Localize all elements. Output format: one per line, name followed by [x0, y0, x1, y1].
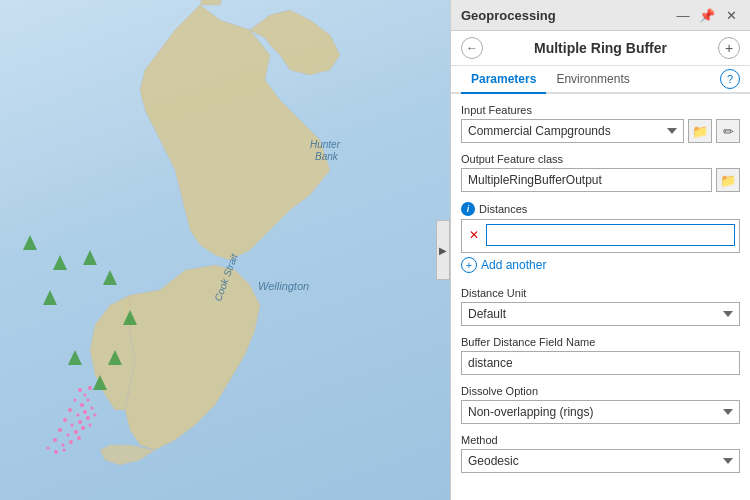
dissolve-option-label: Dissolve Option	[461, 385, 740, 397]
svg-point-7	[74, 399, 77, 402]
svg-point-25	[62, 444, 65, 447]
svg-point-19	[58, 428, 62, 432]
minimize-button[interactable]: —	[674, 6, 692, 24]
distances-label: i Distances	[461, 202, 740, 216]
method-select[interactable]: Geodesic Planar	[461, 449, 740, 473]
panel-header: Geoprocessing — 📌 ✕	[451, 0, 750, 31]
sub-header: ← Multiple Ring Buffer +	[451, 31, 750, 66]
svg-point-9	[87, 399, 90, 402]
collapse-panel-button[interactable]: ▶	[436, 220, 450, 280]
panel-header-icons: — 📌 ✕	[674, 6, 740, 24]
method-label: Method	[461, 434, 740, 446]
svg-point-4	[78, 388, 82, 392]
method-group: Method Geodesic Planar	[461, 434, 740, 473]
distance-unit-label: Distance Unit	[461, 287, 740, 299]
map-area: Wellington Hunter Bank Cook Strait	[0, 0, 450, 500]
svg-point-18	[94, 414, 97, 417]
tool-title: Multiple Ring Buffer	[483, 40, 718, 56]
svg-marker-33	[83, 250, 97, 265]
buffer-distance-field-name-group: Buffer Distance Field Name	[461, 336, 740, 375]
buffer-distance-field-name-input[interactable]	[461, 351, 740, 375]
dissolve-option-group: Dissolve Option Non-overlapping (rings) …	[461, 385, 740, 424]
output-feature-class-row: 📁	[461, 168, 740, 192]
distance-input[interactable]	[486, 224, 735, 246]
add-button[interactable]: +	[718, 37, 740, 59]
tabs-bar: Parameters Environments ?	[451, 66, 750, 94]
svg-point-6	[88, 386, 92, 390]
input-features-group: Input Features Commercial Campgrounds 📁 …	[461, 104, 740, 143]
input-features-row: Commercial Campgrounds 📁 ✏	[461, 119, 740, 143]
svg-point-26	[69, 440, 73, 444]
svg-marker-32	[53, 255, 67, 270]
svg-point-5	[84, 394, 87, 397]
geoprocessing-panel: Geoprocessing — 📌 ✕ ← Multiple Ring Buff…	[450, 0, 750, 500]
distances-group: i Distances ✕ + Add another	[461, 202, 740, 277]
help-button[interactable]: ?	[720, 69, 740, 89]
svg-marker-31	[23, 235, 37, 250]
svg-point-17	[86, 416, 90, 420]
svg-point-29	[54, 450, 58, 454]
pin-button[interactable]: 📌	[698, 6, 716, 24]
svg-point-21	[74, 430, 78, 434]
svg-point-14	[63, 418, 67, 422]
distance-unit-select[interactable]: Default Meters Kilometers Miles Feet	[461, 302, 740, 326]
output-feature-class-group: Output Feature class 📁	[461, 153, 740, 192]
tab-environments[interactable]: Environments	[546, 66, 639, 94]
tab-parameters[interactable]: Parameters	[461, 66, 546, 94]
add-another-circle-icon: +	[461, 257, 477, 273]
svg-point-30	[63, 449, 66, 452]
buffer-distance-field-name-label: Buffer Distance Field Name	[461, 336, 740, 348]
map-svg: Wellington Hunter Bank Cook Strait	[0, 0, 450, 500]
distance-unit-group: Distance Unit Default Meters Kilometers …	[461, 287, 740, 326]
svg-point-10	[68, 408, 72, 412]
output-feature-class-label: Output Feature class	[461, 153, 740, 165]
svg-point-8	[80, 403, 84, 407]
add-another-button[interactable]: + Add another	[461, 253, 740, 277]
svg-marker-36	[68, 350, 82, 365]
close-button[interactable]: ✕	[722, 6, 740, 24]
distances-field: ✕	[461, 219, 740, 253]
svg-point-20	[67, 434, 70, 437]
back-button[interactable]: ←	[461, 37, 483, 59]
input-features-label: Input Features	[461, 104, 740, 116]
svg-text:Hunter: Hunter	[310, 139, 341, 150]
distances-info-icon[interactable]: i	[461, 202, 475, 216]
svg-point-27	[77, 436, 81, 440]
svg-point-13	[91, 407, 94, 410]
svg-text:Bank: Bank	[315, 151, 339, 162]
svg-point-12	[83, 410, 87, 414]
svg-marker-35	[103, 270, 117, 285]
panel-title: Geoprocessing	[461, 8, 556, 23]
output-feature-class-input[interactable]	[461, 168, 712, 192]
panel-content: Input Features Commercial Campgrounds 📁 …	[451, 94, 750, 500]
input-features-select[interactable]: Commercial Campgrounds	[461, 119, 684, 143]
svg-marker-34	[43, 290, 57, 305]
distance-row: ✕	[466, 224, 735, 246]
svg-text:Wellington: Wellington	[258, 280, 309, 292]
remove-distance-button[interactable]: ✕	[466, 227, 482, 243]
svg-point-23	[89, 424, 92, 427]
input-features-pencil-button[interactable]: ✏	[716, 119, 740, 143]
svg-point-28	[47, 447, 50, 450]
svg-point-15	[71, 424, 74, 427]
svg-point-16	[78, 420, 82, 424]
dissolve-option-select[interactable]: Non-overlapping (rings) All None	[461, 400, 740, 424]
output-folder-button[interactable]: 📁	[716, 168, 740, 192]
input-features-folder-button[interactable]: 📁	[688, 119, 712, 143]
svg-point-22	[81, 426, 85, 430]
svg-point-24	[53, 438, 57, 442]
svg-point-11	[77, 414, 80, 417]
